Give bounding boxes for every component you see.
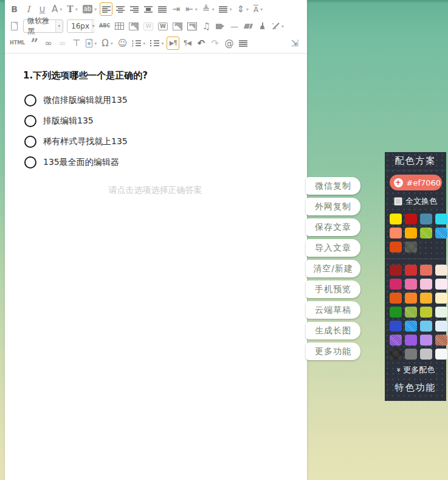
align-block-button[interactable]: [142, 2, 154, 16]
auto-typeset-button[interactable]: ▾: [270, 19, 286, 33]
quiz-option[interactable]: 135最全面的编辑器: [24, 156, 292, 169]
chevron-down-icon[interactable]: ▾: [55, 20, 63, 32]
color-swatch[interactable]: [435, 307, 447, 318]
color-swatch[interactable]: [405, 265, 417, 276]
radio-icon[interactable]: [24, 136, 36, 148]
color-swatch[interactable]: [435, 335, 447, 346]
editor-content[interactable]: 1.下列选项哪些一个是正确的? 微信排版编辑就用135排版编辑135稀有样式寻找…: [5, 54, 307, 196]
color-swatch[interactable]: [420, 265, 432, 276]
radio-icon[interactable]: [24, 156, 36, 169]
insert-image-button[interactable]: [171, 19, 184, 33]
insert-audio-button[interactable]: ♫: [200, 19, 213, 33]
wechat-copy-button[interactable]: 微信复制: [306, 177, 360, 195]
color-swatch[interactable]: [435, 321, 447, 332]
quiz-option[interactable]: 稀有样式寻找就上135: [24, 135, 292, 148]
highlight-color-button[interactable]: ab▾: [81, 2, 99, 16]
unordered-list-button[interactable]: ▾: [148, 37, 165, 50]
emoticon-button[interactable]: ☺: [116, 37, 129, 50]
page-background-button[interactable]: ▾: [84, 37, 98, 50]
ordered-list-button[interactable]: ▾: [130, 37, 147, 50]
color-swatch[interactable]: [390, 307, 402, 318]
color-swatch[interactable]: [405, 335, 417, 346]
letter-spacing-button[interactable]: A▾: [252, 2, 264, 16]
color-swatch[interactable]: [435, 228, 447, 238]
undo-button[interactable]: ↶: [195, 37, 207, 50]
quiz-option[interactable]: 排版编辑135: [24, 114, 292, 127]
eraser-button[interactable]: [242, 19, 255, 33]
first-line-indent-button[interactable]: ⇤▾: [184, 2, 199, 16]
color-swatch[interactable]: [390, 349, 402, 360]
insert-hr-button[interactable]: —: [228, 19, 241, 33]
paragraph-backward-button[interactable]: ¶◀: [181, 37, 193, 50]
generate-long-image-button[interactable]: 生成长图: [306, 322, 360, 339]
paragraph-spacing-button[interactable]: ⇕▾: [235, 2, 250, 16]
import-article-button[interactable]: 导入文章: [306, 239, 360, 257]
color-swatch[interactable]: [420, 214, 432, 224]
cloud-draft-button[interactable]: 云端草稿: [306, 301, 360, 319]
color-swatch[interactable]: [435, 279, 447, 290]
font-family-button[interactable]: 微软雅黑▾: [23, 19, 63, 33]
color-swatch[interactable]: [405, 228, 417, 238]
full-text-recolor-option[interactable]: 全文换色: [385, 196, 446, 207]
color-swatch[interactable]: [390, 293, 402, 304]
text-frame-button[interactable]: ⊤: [70, 37, 83, 50]
fullscreen-button[interactable]: ⇲: [288, 37, 301, 50]
chevron-down-icon[interactable]: ▾: [92, 20, 95, 32]
color-swatch[interactable]: [420, 228, 432, 238]
color-swatch[interactable]: [435, 349, 447, 360]
align-center-button[interactable]: [114, 2, 126, 16]
font-size-button[interactable]: 16px▾: [67, 19, 95, 33]
summary-button[interactable]: [236, 37, 249, 50]
more-colors-button[interactable]: »更多配色: [385, 364, 446, 375]
color-swatch[interactable]: [405, 293, 417, 304]
quiz-option[interactable]: 微信排版编辑就用135: [24, 94, 292, 106]
unlink-button[interactable]: ∞: [56, 37, 69, 50]
clear-new-button[interactable]: 清空/新建: [306, 260, 360, 277]
color-swatch[interactable]: [390, 335, 402, 346]
color-swatch[interactable]: [405, 242, 417, 252]
color-swatch[interactable]: [420, 293, 432, 304]
color-swatch[interactable]: [405, 307, 417, 318]
color-swatch[interactable]: [390, 321, 402, 332]
html-source-button[interactable]: HTML: [8, 37, 27, 50]
color-swatch[interactable]: [420, 335, 432, 346]
insert-framed-image-button[interactable]: [185, 19, 199, 33]
color-swatch[interactable]: [405, 214, 417, 224]
align-left-button[interactable]: [100, 2, 112, 16]
line-height-button[interactable]: ≜▾: [201, 2, 216, 16]
special-character-button[interactable]: Ω▾: [100, 37, 114, 50]
more-functions-button[interactable]: 更多功能: [306, 343, 360, 360]
clear-format-button[interactable]: [256, 19, 269, 33]
color-swatch[interactable]: [420, 321, 432, 332]
color-swatch[interactable]: [420, 279, 432, 290]
color-swatch[interactable]: [405, 279, 417, 290]
color-swatch[interactable]: [435, 214, 447, 224]
underline-button[interactable]: U: [36, 2, 49, 16]
insert-video-button[interactable]: [214, 19, 227, 33]
checkbox-icon[interactable]: [394, 197, 402, 206]
color-swatch[interactable]: [435, 293, 447, 304]
color-swatch[interactable]: [405, 349, 417, 360]
insert-table-button[interactable]: [113, 19, 126, 33]
color-swatch[interactable]: [405, 321, 417, 332]
new-document-button[interactable]: [8, 19, 21, 33]
radio-icon[interactable]: [24, 94, 36, 106]
color-swatch[interactable]: [390, 228, 402, 238]
insert-link-button[interactable]: ∞: [42, 37, 55, 50]
mobile-preview-button[interactable]: 手机预览: [306, 280, 360, 298]
bold-button[interactable]: B: [8, 2, 21, 16]
search-replace-button[interactable]: @: [222, 37, 235, 50]
color-swatch[interactable]: [420, 307, 432, 318]
save-article-button[interactable]: 保存文章: [306, 218, 360, 236]
indent-button[interactable]: ⇥: [170, 2, 182, 16]
align-justify-button[interactable]: [156, 2, 168, 16]
color-swatch[interactable]: [390, 214, 402, 224]
font-color-button[interactable]: A▾: [50, 2, 64, 16]
paragraph-forward-button[interactable]: ▶¶: [167, 37, 179, 50]
strikethrough-button[interactable]: ABC: [97, 19, 112, 33]
add-color-button[interactable]: + #ef7060: [390, 175, 442, 190]
radio-icon[interactable]: [24, 115, 36, 127]
color-swatch[interactable]: [435, 265, 447, 276]
redo-button[interactable]: ↷: [208, 37, 221, 50]
italic-button[interactable]: I: [22, 2, 35, 16]
